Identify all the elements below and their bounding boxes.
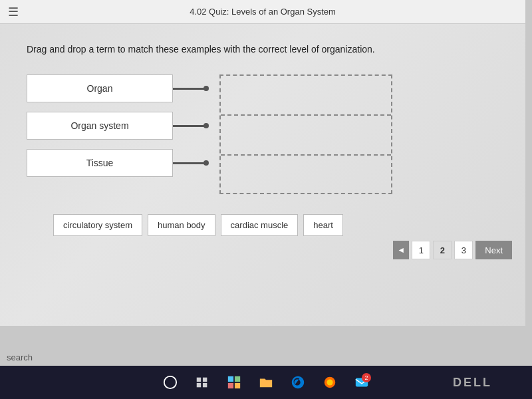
connector-column bbox=[173, 74, 213, 194]
drop-zone-2[interactable] bbox=[221, 116, 391, 156]
svg-rect-5 bbox=[228, 376, 233, 382]
matching-container: Organ Organ system Tissue bbox=[27, 74, 499, 194]
dell-label: DELL bbox=[453, 366, 492, 399]
svg-rect-7 bbox=[228, 383, 233, 388]
drag-term-circulatory-system[interactable]: circulatory system bbox=[53, 214, 142, 236]
connector-row-2 bbox=[173, 112, 213, 140]
quiz-title: 4.02 Quiz: Levels of an Organ System bbox=[190, 7, 336, 17]
svg-rect-8 bbox=[235, 383, 240, 388]
connector-row-3 bbox=[173, 149, 213, 177]
start-menu-icon[interactable] bbox=[223, 372, 245, 393]
label-organ-system[interactable]: Organ system bbox=[27, 112, 173, 140]
nav-page-1[interactable]: 1 bbox=[412, 241, 430, 259]
labels-column: Organ Organ system Tissue bbox=[27, 74, 173, 194]
drag-term-cardiac-muscle[interactable]: cardiac muscle bbox=[221, 214, 299, 236]
connector-line-2 bbox=[173, 125, 206, 127]
instruction-text: Drag and drop a term to match these exam… bbox=[27, 44, 499, 55]
firefox-icon[interactable] bbox=[319, 372, 340, 393]
nav-next-button[interactable]: Next bbox=[475, 241, 512, 259]
mail-icon[interactable]: 2 bbox=[351, 372, 372, 393]
connector-dot-2 bbox=[203, 123, 209, 128]
svg-rect-4 bbox=[203, 383, 207, 387]
svg-rect-6 bbox=[235, 376, 240, 382]
svg-point-0 bbox=[164, 376, 176, 388]
connector-row-1 bbox=[173, 74, 213, 102]
drag-terms-row: circulatory system human body cardiac mu… bbox=[53, 214, 499, 236]
drop-zones-area bbox=[219, 74, 499, 194]
hamburger-icon[interactable]: ☰ bbox=[8, 5, 19, 19]
nav-prev-button[interactable]: ◄ bbox=[393, 241, 409, 259]
label-tissue[interactable]: Tissue bbox=[27, 149, 173, 177]
drag-term-human-body[interactable]: human body bbox=[148, 214, 215, 236]
svg-rect-3 bbox=[197, 383, 201, 387]
label-organ[interactable]: Organ bbox=[27, 74, 173, 102]
connector-line-1 bbox=[173, 88, 206, 90]
mail-badge: 2 bbox=[362, 373, 371, 382]
drag-term-heart[interactable]: heart bbox=[303, 214, 343, 236]
drop-zones-wrapper bbox=[219, 74, 392, 194]
file-explorer-icon[interactable] bbox=[255, 372, 277, 393]
drop-zone-1[interactable] bbox=[221, 76, 391, 116]
svg-rect-2 bbox=[203, 378, 207, 382]
connector-line-3 bbox=[173, 162, 206, 164]
edge-browser-icon[interactable] bbox=[287, 372, 309, 393]
content-area: Drag and drop a term to match these exam… bbox=[0, 24, 525, 249]
top-bar: ☰ 4.02 Quiz: Levels of an Organ System bbox=[0, 0, 525, 24]
search-label: search bbox=[7, 352, 33, 362]
connector-dot-1 bbox=[203, 86, 209, 91]
navigation: ◄ 1 2 3 Next bbox=[393, 241, 512, 259]
drop-zone-3[interactable] bbox=[221, 156, 391, 196]
svg-point-10 bbox=[327, 379, 332, 385]
windows-start-icon[interactable] bbox=[160, 372, 181, 393]
taskbar: 2 DELL bbox=[0, 366, 532, 399]
search-icon[interactable] bbox=[192, 372, 213, 393]
connector-dot-3 bbox=[203, 160, 209, 166]
nav-page-2[interactable]: 2 bbox=[433, 241, 452, 259]
svg-rect-1 bbox=[197, 378, 201, 382]
nav-page-3[interactable]: 3 bbox=[454, 241, 473, 259]
taskbar-icons: 2 bbox=[160, 372, 372, 393]
